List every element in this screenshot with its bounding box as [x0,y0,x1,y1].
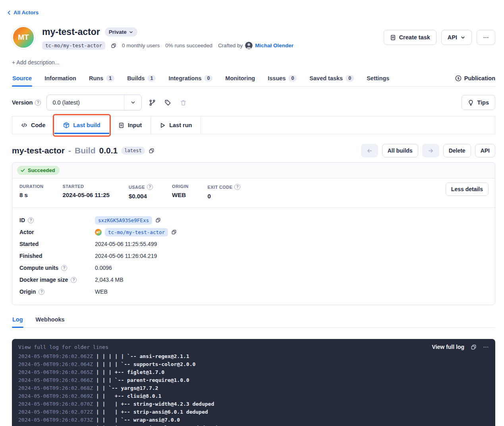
visibility-dropdown[interactable]: Private [105,27,137,37]
build-actor-name: my-test-actor [12,146,65,155]
tab-saved-tasks[interactable]: Saved tasks0 [309,73,354,86]
tab-log[interactable]: Log [12,314,23,327]
build-card: Succeeded DURATION 8 s STARTED 2024-05-0… [12,162,495,305]
copy-actor-icon[interactable] [171,229,177,235]
package-icon [63,122,70,128]
tab-webhooks[interactable]: Webhooks [35,314,65,327]
all-builds-button[interactable]: All builds [382,144,418,157]
publication-label: Publication [464,75,495,81]
subtab-last-run[interactable]: Last run [151,116,201,134]
tab-monitoring[interactable]: Monitoring [225,73,255,86]
dollar-circle-icon: $ [455,75,462,81]
copy-log-icon[interactable] [471,344,477,350]
tag-icon[interactable] [163,98,173,108]
build-stats: DURATION 8 s STARTED 2024-05-06 11:25 US… [12,178,495,207]
log-tabbar: Log Webhooks [12,314,495,328]
detail-row-actor: Actor MT tc-mo/my-test-actor [19,226,488,238]
branch-icon[interactable] [147,98,157,108]
log-more-icon[interactable] [483,344,489,350]
subtab-input[interactable]: Input [110,116,151,134]
exit-code-help-icon[interactable] [234,184,240,190]
tips-button[interactable]: Tips [462,95,495,110]
build-id-value[interactable]: sxzKGK5A93Se9FExs [95,216,152,225]
ellipsis-icon [483,35,489,41]
view-full-log-link[interactable]: View full log [432,344,464,350]
id-help-icon[interactable] [28,217,34,223]
document-icon [390,35,396,41]
saved-tasks-count-badge: 0 [346,75,354,81]
log-line: 2024-05-06T09:26:02.065Z| | | +-- figlet… [18,368,489,376]
copy-handle-icon[interactable] [111,43,116,48]
version-select[interactable]: 0.0 (latest) [46,95,142,110]
origin-help-icon[interactable] [39,289,44,295]
lightbulb-icon [468,100,474,106]
stat-usage: USAGE $0.004 [129,184,153,199]
copy-id-icon[interactable] [155,217,161,223]
tab-builds[interactable]: Builds1 [127,73,156,86]
subtab-last-build[interactable]: Last build [54,116,109,134]
log-line: 2024-05-06T09:26:02.066Z| | | `-- parent… [18,376,489,384]
stat-started: STARTED 2024-05-06 11:25 [62,184,109,199]
view-older-lines-link[interactable]: View full log for older lines [18,344,108,350]
actor-avatar-initials: MT [18,33,29,42]
tab-issues[interactable]: Issues0 [267,73,297,86]
create-task-label: Create task [399,34,430,41]
chevron-down-icon [460,35,465,40]
document-icon [118,122,124,128]
compute-units-help-icon[interactable] [61,265,67,271]
tab-runs[interactable]: Runs1 [89,73,115,86]
stat-exit-code: EXIT CODE 0 [208,184,241,199]
actor-handle[interactable]: tc-mo/my-test-actor [42,41,105,50]
log-line: 2024-05-06T09:26:02.072Z| | | +-- strip-… [18,408,489,416]
log-line: 2024-05-06T09:26:02.074Z| | | +-- ansi-s… [18,424,489,426]
chevron-left-icon [6,10,12,15]
docker-size-help-icon[interactable] [71,277,77,283]
author-link[interactable]: Michał Olender [255,43,294,48]
log-line: 2024-05-06T09:26:02.073Z| | | `-- wrap-a… [18,416,489,424]
more-actions-button[interactable] [477,30,495,45]
log-terminal: View full log for older lines View full … [12,339,495,426]
copy-build-icon[interactable] [149,148,154,154]
add-description-button[interactable]: + Add description... [12,59,59,66]
build-version: 0.0.1 [99,146,118,155]
log-line: 2024-05-06T09:26:02.070Z| | | +-- string… [18,400,489,408]
version-select-value: 0.0 (latest) [47,99,124,106]
visibility-label: Private [109,29,127,35]
runs-count-badge: 1 [106,75,114,81]
detail-row-origin: Origin WEB [19,286,488,298]
prev-build-button [361,144,378,157]
actor-link-pill[interactable]: tc-mo/my-test-actor [105,228,168,236]
version-help-icon[interactable] [35,100,41,106]
breadcrumb[interactable]: All Actors [0,0,39,15]
code-icon [21,122,27,128]
tab-information[interactable]: Information [44,73,77,86]
tab-settings[interactable]: Settings [366,73,390,86]
build-api-button[interactable]: API [475,144,495,157]
tab-source[interactable]: Source [12,73,32,86]
build-details: ID sxzKGK5A93Se9FExs Actor MT tc-mo/my-t… [12,207,495,305]
stat-duration: DURATION 8 s [19,184,43,199]
usage-help-icon[interactable] [147,184,153,190]
breadcrumb-label: All Actors [14,10,39,15]
tab-integrations[interactable]: Integrations0 [168,73,213,86]
trash-icon [178,98,188,108]
detail-row-compute-units: Compute units 0.0096 [19,262,488,274]
runs-succeeded-stat: 0% runs succeeded [165,43,212,48]
log-line: 2024-05-06T09:26:02.062Z| | | | | `-- an… [18,352,489,360]
less-details-button[interactable]: Less details [446,182,489,196]
version-row: Version 0.0 (latest) [12,95,495,110]
create-task-button[interactable]: Create task [384,30,436,45]
publication-button[interactable]: $ Publication [455,75,495,86]
check-icon [20,168,25,173]
svg-text:$: $ [457,76,459,80]
detail-row-finished: Finished 2024-05-06 11:26:04.219 [19,250,488,262]
actor-mini-avatar: MT [95,229,102,236]
delete-build-button[interactable]: Delete [443,144,471,157]
api-dropdown-button[interactable]: API [441,30,472,45]
log-line: 2024-05-06T09:26:02.068Z| | `-- yargs@17… [18,384,489,392]
subtab-code[interactable]: Code [12,116,54,134]
status-badge: Succeeded [17,166,60,175]
builds-count-badge: 1 [147,75,156,81]
actor-avatar: MT [12,26,35,49]
page-title: my-test-actor [42,27,100,37]
